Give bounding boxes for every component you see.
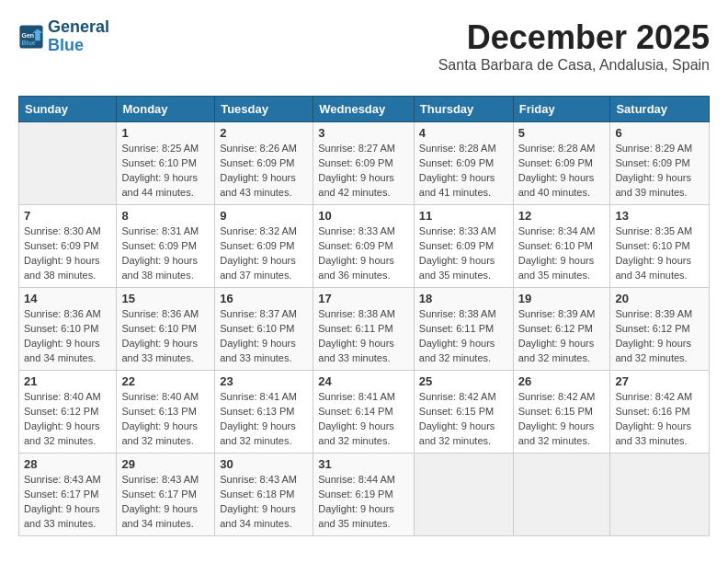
title-section: December 2025 Santa Barbara de Casa, And… bbox=[438, 18, 710, 85]
day-info: Sunrise: 8:40 AMSunset: 6:13 PMDaylight:… bbox=[121, 390, 210, 449]
day-cell: 20Sunrise: 8:39 AMSunset: 6:12 PMDayligh… bbox=[610, 288, 710, 371]
col-saturday: Saturday bbox=[610, 97, 710, 122]
day-info: Sunrise: 8:39 AMSunset: 6:12 PMDaylight:… bbox=[615, 307, 704, 366]
day-cell: 23Sunrise: 8:41 AMSunset: 6:13 PMDayligh… bbox=[215, 371, 313, 454]
svg-text:Gen: Gen bbox=[22, 32, 35, 39]
day-info: Sunrise: 8:38 AMSunset: 6:11 PMDaylight:… bbox=[419, 307, 508, 366]
day-number: 31 bbox=[318, 457, 409, 471]
header-row: Sunday Monday Tuesday Wednesday Thursday… bbox=[19, 97, 710, 122]
day-number: 21 bbox=[24, 374, 111, 388]
day-cell: 11Sunrise: 8:33 AMSunset: 6:09 PMDayligh… bbox=[414, 205, 513, 288]
day-number: 16 bbox=[220, 292, 308, 305]
day-cell: 18Sunrise: 8:38 AMSunset: 6:11 PMDayligh… bbox=[414, 288, 513, 371]
day-cell: 3Sunrise: 8:27 AMSunset: 6:09 PMDaylight… bbox=[313, 122, 415, 205]
day-info: Sunrise: 8:29 AMSunset: 6:09 PMDaylight:… bbox=[615, 142, 704, 201]
day-number: 23 bbox=[220, 374, 308, 388]
day-cell: 7Sunrise: 8:30 AMSunset: 6:09 PMDaylight… bbox=[19, 205, 117, 288]
day-info: Sunrise: 8:41 AMSunset: 6:14 PMDaylight:… bbox=[318, 390, 409, 449]
day-number: 20 bbox=[615, 292, 704, 305]
svg-text:Blue: Blue bbox=[22, 40, 36, 46]
day-cell: 5Sunrise: 8:28 AMSunset: 6:09 PMDaylight… bbox=[513, 122, 610, 205]
calendar-table: Sunday Monday Tuesday Wednesday Thursday… bbox=[18, 96, 710, 536]
day-cell: 27Sunrise: 8:42 AMSunset: 6:16 PMDayligh… bbox=[610, 371, 710, 454]
day-cell: 6Sunrise: 8:29 AMSunset: 6:09 PMDaylight… bbox=[610, 122, 710, 205]
day-cell: 25Sunrise: 8:42 AMSunset: 6:15 PMDayligh… bbox=[414, 371, 513, 454]
day-cell: 2Sunrise: 8:26 AMSunset: 6:09 PMDaylight… bbox=[215, 122, 313, 205]
logo-text: General Blue bbox=[48, 18, 109, 55]
month-title: December 2025 bbox=[438, 18, 710, 57]
day-info: Sunrise: 8:38 AMSunset: 6:11 PMDaylight:… bbox=[318, 307, 409, 366]
page-container: Gen Blue General Blue December 2025 Sant… bbox=[18, 18, 710, 536]
day-info: Sunrise: 8:36 AMSunset: 6:10 PMDaylight:… bbox=[121, 307, 210, 366]
day-number: 2 bbox=[220, 126, 308, 140]
day-cell: 1Sunrise: 8:25 AMSunset: 6:10 PMDaylight… bbox=[117, 122, 215, 205]
day-cell: 31Sunrise: 8:44 AMSunset: 6:19 PMDayligh… bbox=[313, 454, 415, 536]
day-cell: 19Sunrise: 8:39 AMSunset: 6:12 PMDayligh… bbox=[513, 288, 610, 371]
col-friday: Friday bbox=[513, 97, 610, 122]
day-cell bbox=[19, 122, 117, 205]
day-number: 18 bbox=[419, 292, 508, 305]
col-thursday: Thursday bbox=[414, 97, 513, 122]
day-number: 1 bbox=[121, 126, 210, 140]
day-info: Sunrise: 8:43 AMSunset: 6:17 PMDaylight:… bbox=[24, 473, 111, 532]
week-row-4: 21Sunrise: 8:40 AMSunset: 6:12 PMDayligh… bbox=[19, 371, 710, 454]
day-info: Sunrise: 8:33 AMSunset: 6:09 PMDaylight:… bbox=[419, 224, 508, 283]
day-cell: 17Sunrise: 8:38 AMSunset: 6:11 PMDayligh… bbox=[313, 288, 415, 371]
day-info: Sunrise: 8:42 AMSunset: 6:16 PMDaylight:… bbox=[615, 390, 704, 449]
day-number: 26 bbox=[518, 374, 606, 388]
day-number: 15 bbox=[121, 292, 210, 305]
day-cell bbox=[513, 454, 610, 536]
day-number: 19 bbox=[518, 292, 606, 305]
day-number: 11 bbox=[419, 209, 508, 223]
day-cell: 30Sunrise: 8:43 AMSunset: 6:18 PMDayligh… bbox=[215, 454, 313, 536]
day-info: Sunrise: 8:28 AMSunset: 6:09 PMDaylight:… bbox=[419, 142, 508, 201]
day-number: 28 bbox=[24, 457, 111, 471]
day-number: 29 bbox=[121, 457, 210, 471]
col-wednesday: Wednesday bbox=[313, 97, 415, 122]
day-info: Sunrise: 8:42 AMSunset: 6:15 PMDaylight:… bbox=[518, 390, 606, 449]
logo-icon: Gen Blue bbox=[18, 24, 44, 50]
day-info: Sunrise: 8:44 AMSunset: 6:19 PMDaylight:… bbox=[318, 473, 409, 532]
col-sunday: Sunday bbox=[19, 97, 117, 122]
day-info: Sunrise: 8:33 AMSunset: 6:09 PMDaylight:… bbox=[318, 224, 409, 283]
day-number: 7 bbox=[24, 209, 111, 223]
day-number: 30 bbox=[220, 457, 308, 471]
day-number: 14 bbox=[24, 292, 111, 305]
day-number: 5 bbox=[518, 126, 606, 140]
day-cell: 16Sunrise: 8:37 AMSunset: 6:10 PMDayligh… bbox=[215, 288, 313, 371]
day-number: 17 bbox=[318, 292, 409, 305]
day-info: Sunrise: 8:28 AMSunset: 6:09 PMDaylight:… bbox=[518, 142, 606, 201]
week-row-2: 7Sunrise: 8:30 AMSunset: 6:09 PMDaylight… bbox=[19, 205, 710, 288]
week-row-1: 1Sunrise: 8:25 AMSunset: 6:10 PMDaylight… bbox=[19, 122, 710, 205]
day-cell: 9Sunrise: 8:32 AMSunset: 6:09 PMDaylight… bbox=[215, 205, 313, 288]
day-info: Sunrise: 8:27 AMSunset: 6:09 PMDaylight:… bbox=[318, 142, 409, 201]
day-info: Sunrise: 8:30 AMSunset: 6:09 PMDaylight:… bbox=[24, 224, 111, 283]
day-cell: 15Sunrise: 8:36 AMSunset: 6:10 PMDayligh… bbox=[117, 288, 215, 371]
week-row-5: 28Sunrise: 8:43 AMSunset: 6:17 PMDayligh… bbox=[19, 454, 710, 536]
day-cell: 8Sunrise: 8:31 AMSunset: 6:09 PMDaylight… bbox=[117, 205, 215, 288]
day-info: Sunrise: 8:37 AMSunset: 6:10 PMDaylight:… bbox=[220, 307, 308, 366]
day-number: 22 bbox=[121, 374, 210, 388]
day-info: Sunrise: 8:32 AMSunset: 6:09 PMDaylight:… bbox=[220, 224, 308, 283]
col-tuesday: Tuesday bbox=[215, 97, 313, 122]
day-cell: 26Sunrise: 8:42 AMSunset: 6:15 PMDayligh… bbox=[513, 371, 610, 454]
day-cell: 12Sunrise: 8:34 AMSunset: 6:10 PMDayligh… bbox=[513, 205, 610, 288]
day-info: Sunrise: 8:39 AMSunset: 6:12 PMDaylight:… bbox=[518, 307, 606, 366]
week-row-3: 14Sunrise: 8:36 AMSunset: 6:10 PMDayligh… bbox=[19, 288, 710, 371]
day-info: Sunrise: 8:34 AMSunset: 6:10 PMDaylight:… bbox=[518, 224, 606, 283]
day-info: Sunrise: 8:35 AMSunset: 6:10 PMDaylight:… bbox=[615, 224, 704, 283]
day-cell: 29Sunrise: 8:43 AMSunset: 6:17 PMDayligh… bbox=[117, 454, 215, 536]
day-cell: 10Sunrise: 8:33 AMSunset: 6:09 PMDayligh… bbox=[313, 205, 415, 288]
day-cell: 21Sunrise: 8:40 AMSunset: 6:12 PMDayligh… bbox=[19, 371, 117, 454]
day-info: Sunrise: 8:40 AMSunset: 6:12 PMDaylight:… bbox=[24, 390, 111, 449]
day-number: 4 bbox=[419, 126, 508, 140]
day-info: Sunrise: 8:26 AMSunset: 6:09 PMDaylight:… bbox=[220, 142, 308, 201]
logo: Gen Blue General Blue bbox=[18, 18, 109, 55]
day-number: 27 bbox=[615, 374, 704, 388]
day-cell: 14Sunrise: 8:36 AMSunset: 6:10 PMDayligh… bbox=[19, 288, 117, 371]
day-info: Sunrise: 8:42 AMSunset: 6:15 PMDaylight:… bbox=[419, 390, 508, 449]
day-cell: 4Sunrise: 8:28 AMSunset: 6:09 PMDaylight… bbox=[414, 122, 513, 205]
location-title: Santa Barbara de Casa, Andalusia, Spain bbox=[438, 57, 710, 74]
day-cell: 28Sunrise: 8:43 AMSunset: 6:17 PMDayligh… bbox=[19, 454, 117, 536]
day-number: 10 bbox=[318, 209, 409, 223]
